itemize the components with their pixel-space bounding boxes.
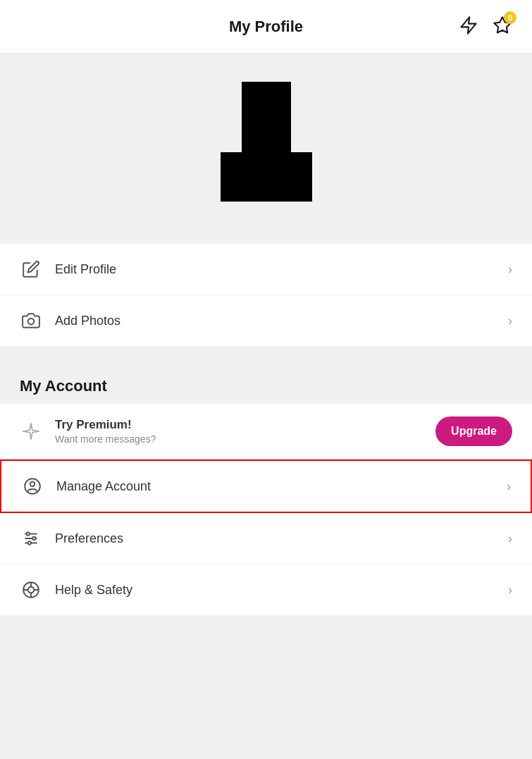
back-button[interactable]	[17, 15, 23, 39]
svg-point-11	[28, 541, 31, 544]
upgrade-button[interactable]: Upgrade	[435, 416, 512, 446]
svg-point-10	[32, 537, 35, 540]
sliders-icon	[20, 527, 42, 550]
avatar-silhouette	[203, 82, 330, 223]
manage-account-label: Manage Account	[56, 479, 507, 494]
add-photos-label: Add Photos	[55, 314, 508, 328]
notification-badge: 0	[504, 11, 516, 24]
page-title: My Profile	[229, 18, 303, 36]
add-photos-item[interactable]: Add Photos ›	[0, 295, 532, 346]
premium-text: Try Premium! Want more messages?	[55, 418, 435, 445]
manage-account-chevron: ›	[507, 479, 511, 494]
section-gap	[0, 346, 532, 360]
preferences-chevron: ›	[508, 531, 512, 546]
header-right: 0	[456, 13, 515, 40]
svg-point-9	[27, 532, 30, 535]
my-account-title: My Account	[20, 377, 107, 395]
premium-item: Try Premium! Want more messages? Upgrade	[0, 404, 532, 459]
premium-subtitle: Want more messages?	[55, 433, 435, 445]
person-circle-icon	[21, 475, 44, 498]
svg-rect-2	[221, 152, 312, 202]
my-account-header: My Account	[0, 360, 532, 404]
shield-circle-icon	[20, 579, 42, 601]
manage-account-item[interactable]: Manage Account ›	[0, 459, 532, 513]
profile-avatar-section	[0, 54, 532, 244]
preferences-item[interactable]: Preferences ›	[0, 513, 532, 564]
star-button[interactable]: 0	[490, 13, 515, 40]
lightning-button[interactable]	[456, 13, 481, 40]
lightning-icon	[459, 16, 478, 35]
header-left	[17, 15, 23, 39]
avatar	[203, 82, 330, 223]
help-safety-chevron: ›	[508, 583, 512, 598]
add-photos-chevron: ›	[508, 314, 512, 328]
header: My Profile 0	[0, 0, 532, 54]
camera-icon	[20, 309, 42, 332]
preferences-label: Preferences	[55, 531, 508, 546]
svg-point-13	[28, 587, 35, 593]
svg-rect-1	[242, 82, 291, 152]
svg-point-5	[30, 482, 35, 487]
edit-profile-label: Edit Profile	[55, 262, 508, 277]
profile-actions-section: Edit Profile › Add Photos ›	[0, 244, 532, 346]
svg-point-3	[28, 319, 35, 325]
pencil-icon	[20, 258, 42, 280]
help-safety-item[interactable]: Help & Safety ›	[0, 564, 532, 616]
edit-profile-chevron: ›	[508, 262, 512, 277]
sparkle-icon	[20, 420, 42, 443]
edit-profile-item[interactable]: Edit Profile ›	[0, 244, 532, 295]
premium-title: Try Premium!	[55, 418, 435, 432]
help-safety-label: Help & Safety	[55, 583, 508, 598]
